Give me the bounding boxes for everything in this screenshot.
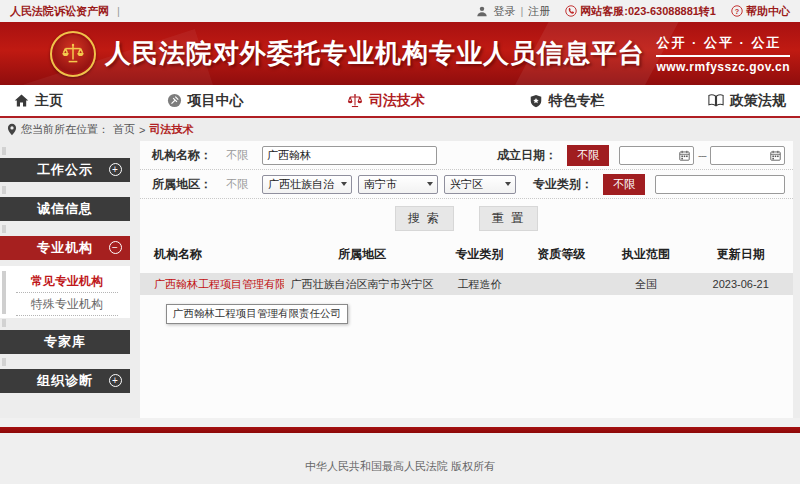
banner-site-url: www.rmfysszc.gov.cn bbox=[656, 60, 790, 74]
location-pin-icon bbox=[7, 123, 17, 136]
org-name-unlimited-option[interactable]: 不限 bbox=[226, 148, 248, 163]
category-label: 专业类别： bbox=[533, 176, 593, 193]
category-unlimited-button[interactable]: 不限 bbox=[603, 174, 645, 195]
shield-star-icon bbox=[529, 94, 543, 108]
litigation-assets-site-link[interactable]: 人民法院诉讼资产网 bbox=[10, 4, 109, 19]
city-select[interactable]: 南宁市 bbox=[358, 175, 438, 194]
cell-updated: 2023-06-21 bbox=[688, 278, 792, 290]
region-unlimited-option[interactable]: 不限 bbox=[226, 177, 248, 192]
cell-org-name[interactable]: 广西翰林工程项目管理有限责任... bbox=[140, 277, 284, 292]
cell-category: 工程造价 bbox=[440, 277, 518, 292]
user-icon bbox=[476, 5, 488, 17]
footer: 中华人民共和国最高人民法院 版权所有 bbox=[0, 433, 800, 484]
nav-item-policies[interactable]: 政策法规 bbox=[708, 92, 786, 110]
register-link[interactable]: 注册 bbox=[528, 4, 550, 19]
calendar-icon[interactable] bbox=[679, 150, 690, 161]
region-label: 所属地区： bbox=[152, 176, 212, 193]
svg-text:?: ? bbox=[735, 7, 740, 16]
banner-slogan: 公开 · 公平 · 公正 bbox=[656, 34, 790, 57]
help-icon: ? bbox=[731, 5, 743, 17]
copyright-text: 中华人民共和国最高人民法院 版权所有 bbox=[305, 460, 495, 472]
chevron-down-icon bbox=[505, 182, 511, 186]
phone-icon bbox=[565, 5, 577, 17]
province-select[interactable]: 广西壮族自治 bbox=[262, 175, 352, 194]
search-button[interactable]: 搜 索 bbox=[395, 206, 454, 231]
form-row-region: 所属地区： 不限 广西壮族自治 南宁市 兴宁区 专业类别： 不限 bbox=[140, 170, 793, 199]
header-org-name: 机构名称 bbox=[140, 246, 284, 263]
breadcrumb-prefix: 您当前所在位置： bbox=[21, 122, 109, 137]
reset-button[interactable]: 重 置 bbox=[479, 206, 538, 231]
site-banner: 人民法院对外委托专业机构专业人员信息平台 公开 · 公平 · 公正 www.rm… bbox=[0, 22, 800, 85]
org-name-label: 机构名称： bbox=[152, 147, 212, 164]
nav-item-home[interactable]: 主页 bbox=[14, 92, 63, 110]
platform-title: 人民法院对外委托专业机构专业人员信息平台 bbox=[105, 36, 645, 71]
breadcrumb-home-link[interactable]: 首页 bbox=[113, 122, 135, 137]
header-scope: 执业范围 bbox=[604, 246, 689, 263]
sidebar-item-organization-diagnosis[interactable]: 组织诊断 + bbox=[0, 369, 130, 393]
nav-item-judicial-technology[interactable]: 司法技术 bbox=[347, 92, 425, 110]
form-actions: 搜 索 重 置 bbox=[140, 199, 793, 237]
cell-scope: 全国 bbox=[604, 277, 689, 292]
submenu-item-special-institutions[interactable]: 特殊专业机构 bbox=[16, 293, 118, 316]
founded-date-label: 成立日期： bbox=[497, 147, 557, 164]
org-name-input[interactable] bbox=[262, 146, 437, 165]
header-category: 专业类别 bbox=[440, 246, 518, 263]
content-panel: 机构名称： 不限 成立日期： 不限 --- bbox=[140, 141, 793, 418]
chevron-down-icon bbox=[427, 182, 433, 186]
collapse-icon[interactable]: − bbox=[109, 241, 122, 254]
main-area: 工作公示 + 诚信信息 专业机构 − 常见专业机构 特殊专业机构 专家库 组织诊… bbox=[0, 141, 800, 418]
chevron-down-icon bbox=[341, 182, 347, 186]
nav-item-featured-columns[interactable]: 特色专栏 bbox=[529, 92, 605, 110]
login-register-separator: | bbox=[520, 5, 523, 17]
header-region: 所属地区 bbox=[284, 246, 441, 263]
home-icon bbox=[14, 93, 29, 108]
gavel-circle-icon bbox=[167, 93, 182, 108]
breadcrumb-current: 司法技术 bbox=[149, 122, 193, 137]
scales-icon bbox=[347, 93, 363, 109]
category-input[interactable] bbox=[655, 175, 785, 194]
sidebar-item-work-publicity[interactable]: 工作公示 + bbox=[0, 158, 130, 182]
org-name-tooltip: 广西翰林工程项目管理有限责任公司 bbox=[166, 304, 348, 324]
main-nav: 主页 项目中心 司法技术 bbox=[0, 85, 800, 118]
nav-item-project-center[interactable]: 项目中心 bbox=[167, 92, 244, 110]
customer-service-text: 网站客服:023-63088881转1 bbox=[580, 4, 716, 19]
founded-date-to-input[interactable] bbox=[714, 149, 770, 161]
founded-date-from-field[interactable] bbox=[619, 146, 694, 165]
breadcrumb: 您当前所在位置： 首页 > 司法技术 bbox=[0, 118, 800, 141]
breadcrumb-separator: > bbox=[139, 124, 145, 136]
topbar-separator: | bbox=[117, 5, 120, 17]
login-link[interactable]: 登录 bbox=[493, 4, 515, 19]
calendar-icon[interactable] bbox=[770, 150, 781, 161]
results-table-header: 机构名称 所属地区 专业类别 资质等级 执业范围 更新日期 bbox=[140, 237, 793, 273]
expand-icon[interactable]: + bbox=[109, 163, 122, 176]
founded-date-unlimited-button[interactable]: 不限 bbox=[567, 145, 609, 166]
sidebar-item-integrity-info[interactable]: 诚信信息 bbox=[0, 197, 130, 221]
sidebar-item-professional-institutions[interactable]: 专业机构 − bbox=[0, 236, 130, 260]
court-emblem-logo bbox=[50, 31, 96, 77]
district-select[interactable]: 兴宁区 bbox=[444, 175, 516, 194]
footer-gap bbox=[0, 418, 800, 427]
cell-region: 广西壮族自治区南宁市兴宁区 bbox=[284, 277, 441, 292]
book-icon bbox=[708, 94, 724, 107]
date-range-separator: --- bbox=[698, 149, 706, 161]
founded-date-from-input[interactable] bbox=[623, 149, 679, 161]
sidebar: 工作公示 + 诚信信息 专业机构 − 常见专业机构 特殊专业机构 专家库 组织诊… bbox=[0, 141, 130, 418]
expand-icon[interactable]: + bbox=[109, 374, 122, 387]
professional-institutions-submenu: 常见专业机构 特殊专业机构 bbox=[0, 266, 130, 318]
help-center-link[interactable]: 帮助中心 bbox=[746, 4, 790, 19]
header-grade: 资质等级 bbox=[519, 246, 604, 263]
founded-date-to-field[interactable] bbox=[710, 146, 785, 165]
form-row-org-name: 机构名称： 不限 成立日期： 不限 --- bbox=[140, 141, 793, 170]
page: 人民法院诉讼资产网 | 登录 | 注册 网站客服:023-63088881转1 … bbox=[0, 0, 800, 484]
table-row[interactable]: 广西翰林工程项目管理有限责任... 广西壮族自治区南宁市兴宁区 工程造价 全国 … bbox=[140, 273, 793, 295]
header-updated: 更新日期 bbox=[688, 246, 792, 263]
submenu-item-common-institutions[interactable]: 常见专业机构 bbox=[16, 270, 118, 293]
sidebar-item-expert-library[interactable]: 专家库 bbox=[0, 330, 130, 354]
top-utility-bar: 人民法院诉讼资产网 | 登录 | 注册 网站客服:023-63088881转1 … bbox=[0, 0, 800, 22]
